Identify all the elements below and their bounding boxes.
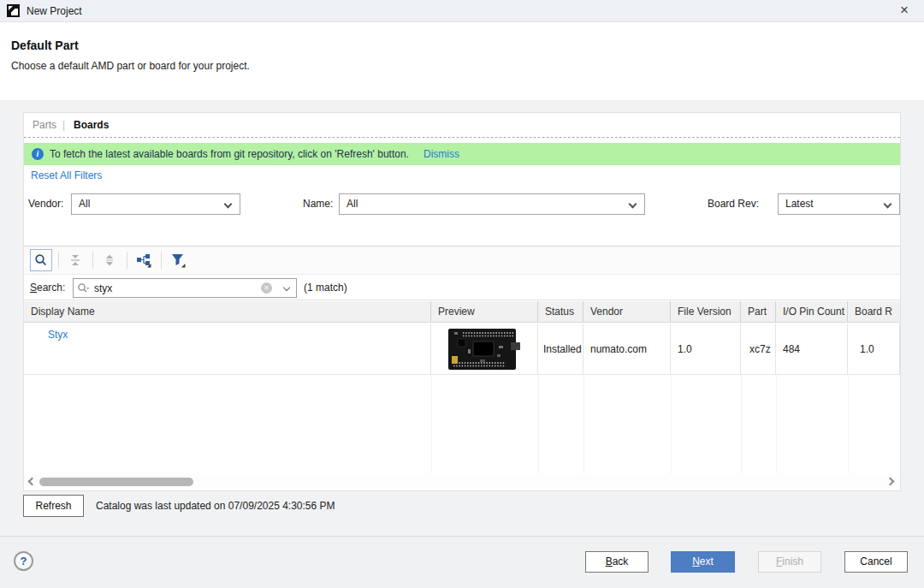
cell-file-version: 1.0 <box>671 324 741 374</box>
wizard-footer: ? Back Next Finish Cancel <box>0 536 924 588</box>
tab-separator: | <box>62 113 65 138</box>
cell-part: xc7z <box>741 324 776 374</box>
finish-button[interactable]: Finish <box>758 551 821 573</box>
tab-strip: Parts | Boards <box>24 113 900 138</box>
finish-button-label: Finish <box>776 552 803 572</box>
group-by-button[interactable] <box>133 249 155 271</box>
search-icon <box>34 253 48 267</box>
cancel-button[interactable]: Cancel <box>844 551 908 573</box>
board-rev-select-value: Latest <box>785 194 814 214</box>
filter-row: Vendor: All Name: All Board Rev: Latest <box>24 193 900 217</box>
cancel-button-label: Cancel <box>860 555 891 567</box>
name-label: Name: <box>303 193 333 215</box>
table-row[interactable]: Styx <box>24 324 900 375</box>
info-banner: i To fetch the latest available boards f… <box>24 143 900 165</box>
refresh-button[interactable]: Refresh <box>23 495 84 517</box>
collapse-all-button[interactable] <box>64 249 86 271</box>
expand-all-icon <box>103 253 116 267</box>
column-separator <box>583 375 584 473</box>
search-dropdown-icon[interactable] <box>283 284 290 291</box>
board-preview-image <box>447 327 521 371</box>
board-rev-select[interactable]: Latest <box>778 193 900 215</box>
vendor-label: Vendor: <box>28 193 63 215</box>
reset-all-filters-link[interactable]: Reset All Filters <box>31 167 102 184</box>
cell-vendor: numato.com <box>583 324 671 374</box>
column-separator <box>431 375 432 473</box>
page-header: Default Part Choose a default AMD part o… <box>0 23 924 100</box>
scrollbar-thumb[interactable] <box>39 478 193 486</box>
back-button[interactable]: Back <box>585 551 649 573</box>
cell-display-name: Styx <box>24 324 431 374</box>
title-bar: New Project × <box>0 0 924 22</box>
chevron-down-icon <box>224 200 233 209</box>
close-icon[interactable]: × <box>893 0 915 22</box>
column-separator <box>848 375 849 473</box>
search-input[interactable] <box>94 279 231 297</box>
back-button-label: Back <box>606 552 629 572</box>
tab-parts[interactable]: Parts <box>33 113 56 138</box>
toolbar-separator <box>161 252 162 269</box>
next-button-label: Next <box>692 552 714 572</box>
table-header-row: Display Name Preview Status Vendor File … <box>24 301 900 323</box>
chevron-down-icon <box>629 200 637 209</box>
vendor-select[interactable]: All <box>71 193 240 215</box>
toolbar-separator <box>58 252 59 269</box>
dismiss-link[interactable]: Dismiss <box>424 143 459 165</box>
info-icon: i <box>32 148 44 160</box>
banner-message: To fetch the latest available boards fro… <box>50 143 409 165</box>
tab-boards[interactable]: Boards <box>74 113 109 138</box>
horizontal-scrollbar[interactable] <box>24 474 900 490</box>
vendor-select-value: All <box>79 194 90 214</box>
filter-button[interactable] <box>167 249 189 271</box>
filter-funnel-icon <box>170 252 186 268</box>
column-header-display-name[interactable]: Display Name <box>24 301 431 322</box>
toolbar-separator <box>92 252 93 269</box>
search-row: Search: × (1 match) <box>24 276 900 300</box>
toolbar-separator <box>127 252 127 269</box>
column-separator <box>538 375 539 473</box>
name-select-value: All <box>346 194 358 214</box>
collapse-all-icon <box>68 253 82 267</box>
column-header-file-version[interactable]: File Version <box>671 301 741 322</box>
search-label: Search: <box>30 276 65 300</box>
column-header-part[interactable]: Part <box>741 301 776 322</box>
window-title: New Project <box>27 0 82 22</box>
column-header-board-rev[interactable]: Board R <box>848 301 900 322</box>
column-separator <box>671 375 672 473</box>
cell-preview <box>431 324 538 374</box>
cell-io-pin-count: 484 <box>776 324 848 374</box>
column-header-preview[interactable]: Preview <box>431 301 538 322</box>
content-area: Parts | Boards i To fetch the latest ava… <box>0 100 924 536</box>
board-rev-label: Board Rev: <box>708 193 759 215</box>
column-separator <box>741 375 742 473</box>
column-header-status[interactable]: Status <box>538 301 583 322</box>
name-select[interactable]: All <box>339 193 645 215</box>
column-separator <box>776 375 777 473</box>
clear-search-icon[interactable]: × <box>261 282 272 294</box>
search-box: × <box>73 278 297 298</box>
chevron-down-icon <box>884 200 892 209</box>
search-toggle-button[interactable] <box>30 249 52 271</box>
expand-all-button[interactable] <box>98 249 121 271</box>
board-link-styx[interactable]: Styx <box>48 329 68 341</box>
board-table-panel: Search: × (1 match) Display Name Preview… <box>24 246 900 490</box>
table-toolbar <box>24 246 900 275</box>
amd-logo-icon <box>7 4 20 17</box>
match-count: (1 match) <box>304 276 347 300</box>
cell-status: Installed <box>538 324 583 374</box>
help-button[interactable]: ? <box>14 551 33 571</box>
scroll-right-icon[interactable] <box>886 478 895 486</box>
scroll-left-icon[interactable] <box>28 478 37 486</box>
column-header-vendor[interactable]: Vendor <box>583 301 671 322</box>
page-title: Default Part <box>11 39 79 52</box>
board-chooser-panel: Parts | Boards i To fetch the latest ava… <box>23 112 901 491</box>
page-subtitle: Choose a default AMD part or board for y… <box>11 60 250 72</box>
catalog-status-text: Catalog was last updated on 07/09/2025 4… <box>96 495 335 517</box>
hierarchy-icon <box>136 252 151 268</box>
column-header-io-pin-count[interactable]: I/O Pin Count <box>776 301 848 322</box>
cell-board-rev: 1.0 <box>848 324 900 374</box>
next-button[interactable]: Next <box>671 551 735 573</box>
table-body: Styx <box>24 324 900 473</box>
search-field-icon <box>77 282 90 295</box>
